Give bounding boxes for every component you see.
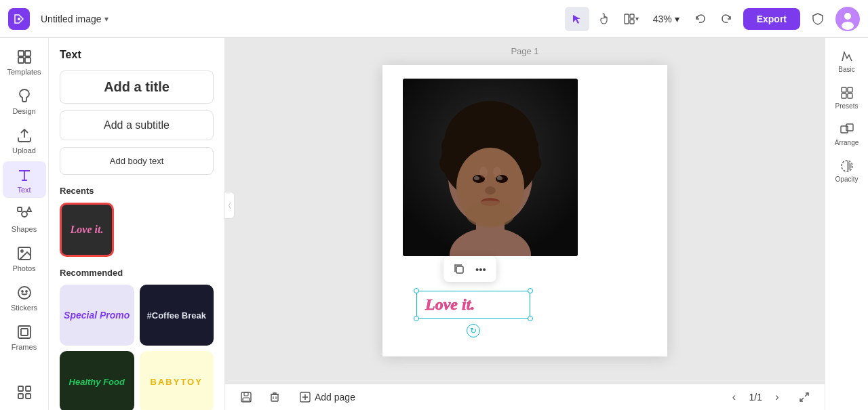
next-page-button[interactable]: › bbox=[768, 388, 787, 407]
shapes-label: Shapes bbox=[12, 225, 37, 233]
toolbar-tools: ▾ 43% ▾ bbox=[565, 7, 738, 31]
save-to-device-button[interactable] bbox=[236, 387, 256, 407]
sidebar-item-more[interactable] bbox=[3, 379, 46, 405]
add-subtitle-button[interactable]: Add a subtitle bbox=[60, 110, 214, 140]
add-title-button[interactable]: Add a title bbox=[60, 70, 214, 104]
right-panel-basic[interactable]: Basic bbox=[828, 43, 866, 77]
sidebar-item-upload[interactable]: Upload bbox=[3, 122, 46, 159]
recent-item-love-it[interactable]: Love it. bbox=[60, 203, 114, 257]
sidebar-item-templates[interactable]: Templates bbox=[3, 43, 46, 80]
add-page-button[interactable]: Add page bbox=[293, 388, 362, 407]
title-chevron-icon: ▾ bbox=[104, 14, 108, 24]
export-button[interactable]: Export bbox=[743, 8, 800, 30]
zoom-button[interactable]: 43% ▾ bbox=[646, 11, 686, 27]
svg-rect-7 bbox=[18, 51, 24, 56]
svg-rect-8 bbox=[25, 51, 31, 56]
svg-rect-54 bbox=[271, 394, 278, 401]
right-panel-arrange[interactable]: Arrange bbox=[828, 117, 866, 150]
presets-label: Presets bbox=[835, 102, 859, 110]
title-area[interactable]: Untitled image ▾ bbox=[41, 14, 108, 24]
main-area: Templates Design Upload Text bbox=[0, 38, 868, 410]
hand-tool-button[interactable] bbox=[592, 7, 616, 31]
svg-rect-3 bbox=[630, 20, 634, 24]
svg-rect-1 bbox=[625, 14, 629, 24]
svg-point-38 bbox=[485, 186, 496, 194]
copy-to-clipboard-button[interactable] bbox=[449, 259, 469, 279]
zoom-chevron-icon: ▾ bbox=[675, 14, 679, 24]
select-tool-button[interactable] bbox=[565, 7, 589, 31]
svg-point-47 bbox=[519, 152, 541, 174]
photos-label: Photos bbox=[12, 264, 35, 272]
right-panel-presets[interactable]: Presets bbox=[828, 80, 866, 114]
text-selection-box: Love it. bbox=[416, 291, 530, 319]
recommended-label: Recommended bbox=[60, 268, 214, 278]
svg-rect-22 bbox=[18, 386, 23, 391]
prev-page-button[interactable]: ‹ bbox=[725, 388, 744, 407]
document-title: Untitled image bbox=[41, 14, 102, 24]
sidebar-item-frames[interactable]: Frames bbox=[3, 319, 46, 355]
text-label: Text bbox=[17, 186, 31, 194]
handle-bottom-right[interactable] bbox=[528, 316, 533, 321]
handle-bottom-left[interactable] bbox=[414, 316, 419, 321]
topbar: Untitled image ▾ ▾ 43% ▾ bbox=[0, 0, 868, 38]
shield-button[interactable] bbox=[806, 7, 830, 31]
icon-sidebar: Templates Design Upload Text bbox=[0, 38, 49, 410]
rec-card-special-promo[interactable]: Special Promo bbox=[60, 285, 134, 346]
floating-toolbar: ••• bbox=[443, 256, 496, 282]
more-options-button[interactable]: ••• bbox=[471, 259, 491, 279]
sidebar-item-text[interactable]: Text bbox=[3, 161, 46, 198]
canvas[interactable]: ••• Love it. ↻ bbox=[382, 65, 667, 356]
svg-line-61 bbox=[805, 393, 808, 396]
canvas-area: Page 1 bbox=[225, 38, 825, 410]
svg-rect-25 bbox=[26, 394, 31, 398]
delete-button[interactable] bbox=[264, 387, 285, 407]
rec-card-babytoy[interactable]: BABYTOY bbox=[140, 351, 214, 410]
love-text-element[interactable]: Love it. bbox=[422, 294, 524, 315]
text-element-wrapper[interactable]: Love it. ↻ bbox=[416, 291, 530, 319]
svg-line-60 bbox=[800, 398, 804, 401]
svg-point-49 bbox=[493, 167, 501, 178]
svg-rect-23 bbox=[26, 386, 31, 391]
page-info: 1/1 bbox=[749, 392, 762, 403]
rec-text-babytoy: BABYTOY bbox=[151, 377, 203, 387]
sidebar-item-design[interactable]: Design bbox=[3, 83, 46, 119]
svg-rect-62 bbox=[842, 87, 846, 92]
layout-tool-button[interactable]: ▾ bbox=[619, 7, 644, 31]
svg-rect-10 bbox=[25, 58, 31, 63]
svg-rect-21 bbox=[21, 329, 28, 335]
svg-point-16 bbox=[21, 250, 23, 252]
frames-label: Frames bbox=[12, 343, 37, 351]
canvas-photo bbox=[403, 79, 578, 256]
rec-card-healthy-food[interactable]: Healthy Food bbox=[60, 351, 134, 410]
svg-point-6 bbox=[842, 22, 854, 30]
expand-button[interactable] bbox=[795, 388, 814, 407]
handle-top-left[interactable] bbox=[414, 288, 419, 293]
add-body-button[interactable]: Add body text bbox=[60, 147, 214, 175]
svg-rect-53 bbox=[243, 398, 250, 401]
recent-text: Love it. bbox=[71, 224, 104, 236]
user-avatar[interactable] bbox=[835, 7, 860, 31]
stickers-label: Stickers bbox=[11, 304, 37, 312]
basic-label: Basic bbox=[838, 66, 854, 73]
right-panel-opacity[interactable]: Opacity bbox=[828, 153, 866, 187]
svg-point-19 bbox=[26, 291, 27, 292]
svg-rect-50 bbox=[456, 266, 463, 273]
svg-point-48 bbox=[479, 167, 488, 178]
sidebar-item-stickers[interactable]: Stickers bbox=[3, 279, 46, 316]
svg-rect-2 bbox=[630, 14, 634, 18]
rec-text-healthy-food: Healthy Food bbox=[69, 377, 125, 387]
handle-top-right[interactable] bbox=[528, 288, 533, 293]
logo bbox=[8, 8, 30, 30]
collapse-panel-button[interactable]: 〈 bbox=[224, 192, 235, 219]
rec-text-coffee-break: #Coffee Break bbox=[147, 310, 206, 321]
svg-point-40 bbox=[466, 201, 515, 228]
sidebar-item-shapes[interactable]: Shapes bbox=[3, 201, 46, 237]
svg-rect-13 bbox=[18, 207, 22, 211]
redo-button[interactable] bbox=[715, 7, 738, 30]
rec-card-coffee-break[interactable]: #Coffee Break bbox=[140, 285, 214, 346]
sidebar-item-photos[interactable]: Photos bbox=[3, 240, 46, 276]
bottom-bar: Add page ‹ 1/1 › bbox=[225, 384, 825, 410]
undo-button[interactable] bbox=[689, 7, 712, 30]
rotate-handle[interactable]: ↻ bbox=[467, 324, 480, 337]
recents-row: Love it. bbox=[60, 203, 214, 257]
